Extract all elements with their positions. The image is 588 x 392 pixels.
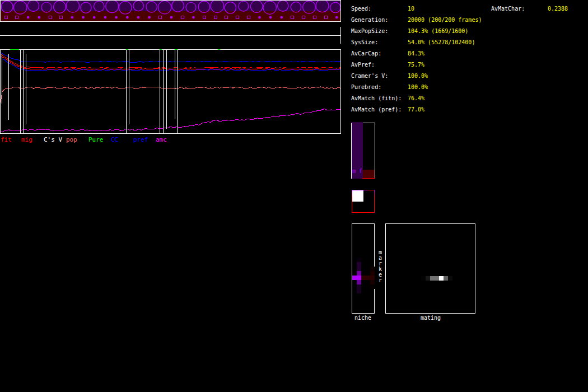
legend-item-pref: pref xyxy=(133,137,148,143)
selection-square xyxy=(352,190,363,202)
mating-label: mating xyxy=(421,315,441,321)
stat-value: 77.0% xyxy=(408,106,424,113)
stat-value: 76.4% xyxy=(408,95,424,102)
density-cell xyxy=(357,276,361,280)
density-cell xyxy=(357,262,361,267)
legend-item-mig: mig xyxy=(21,137,32,143)
legend-item-csv: C's V xyxy=(44,137,62,143)
stat-value: 84.3% xyxy=(408,50,424,57)
agents-graphic xyxy=(1,1,340,21)
density-cell xyxy=(370,280,375,284)
legend-item-pop: pop xyxy=(66,137,77,143)
density-cell xyxy=(366,276,370,280)
density-cell xyxy=(370,271,375,276)
density-cell xyxy=(448,276,452,281)
density-cell xyxy=(357,284,361,289)
density-cell xyxy=(370,267,375,271)
stat-value: 100.0% xyxy=(408,84,428,91)
stat-label: AvMatch (pref): xyxy=(351,106,402,113)
density-cell xyxy=(370,276,375,280)
stat-label: AvMatch (fitn): xyxy=(351,95,402,102)
density-cell xyxy=(430,276,435,281)
stat-value: 104.3% (1669/1600) xyxy=(408,28,468,35)
stat-label: Cramer's V: xyxy=(351,73,388,80)
stat-value: 10 xyxy=(408,6,414,12)
legend-item-fit: fit xyxy=(1,137,12,143)
stat-value: 75.7% xyxy=(408,62,424,68)
stat-value: 20000 (200/200 frames) xyxy=(408,17,482,24)
stat-label: Generation: xyxy=(351,17,388,24)
stat-label: Purebred: xyxy=(351,84,381,91)
legend-item-cc: CC xyxy=(111,137,118,143)
density-cell xyxy=(357,280,361,284)
sex-labels: m f xyxy=(352,169,362,174)
empty-band-tick xyxy=(340,27,341,44)
stat-value: 54.0% (55278/102400) xyxy=(408,39,475,46)
density-cell xyxy=(426,276,430,281)
stat-label: AvCarCap: xyxy=(351,50,381,57)
density-cell xyxy=(370,284,375,289)
density-cell xyxy=(352,276,357,280)
niche-label: niche xyxy=(354,315,371,321)
side-stat-label: AvMatChar: xyxy=(491,6,525,12)
sex-ratio-box: m f xyxy=(351,123,375,179)
density-cell xyxy=(421,276,426,281)
stat-label: Speed: xyxy=(351,6,371,12)
density-cell xyxy=(357,289,361,293)
density-cell xyxy=(444,276,448,281)
stat-label: AvPref: xyxy=(351,62,375,68)
female-bar xyxy=(363,170,375,179)
side-stat-row: AvMatChar: 0.2388 xyxy=(0,6,13,12)
sex-ratio-top-accent xyxy=(351,123,363,123)
marker-axis-label: marker xyxy=(378,250,382,283)
density-cell xyxy=(361,276,366,280)
density-cell xyxy=(439,276,444,281)
population-strip xyxy=(0,0,341,22)
marker-axis-char: r xyxy=(378,278,382,283)
mating-box xyxy=(385,223,475,314)
stat-value: 100.0% xyxy=(408,73,428,80)
stat-label: MaxPopSize: xyxy=(351,28,388,35)
legend-item-pure: Pure xyxy=(88,137,104,143)
history-chart xyxy=(0,49,341,134)
stat-label: SysSize: xyxy=(351,39,378,46)
density-cell xyxy=(357,267,361,271)
sex-ratio-baseline xyxy=(362,178,375,179)
density-cell xyxy=(357,258,361,262)
density-cell xyxy=(357,271,361,276)
empty-band-baseline xyxy=(0,35,341,36)
selection-box xyxy=(352,190,375,213)
side-stat-value: 0.2388 xyxy=(548,6,568,12)
density-cell xyxy=(435,276,439,281)
legend-item-amc: amc xyxy=(156,137,167,143)
